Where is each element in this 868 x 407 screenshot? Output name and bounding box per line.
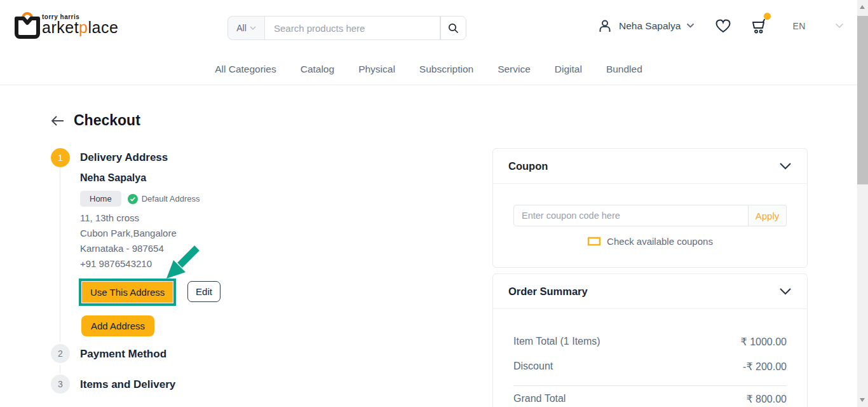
back-arrow-icon[interactable] — [51, 116, 64, 126]
cart-icon — [750, 17, 768, 34]
default-address-label: Default Address — [142, 194, 200, 204]
nav-digital[interactable]: Digital — [555, 61, 582, 78]
summary-divider — [513, 385, 787, 386]
add-address-button[interactable]: Add Address — [81, 315, 154, 336]
user-icon — [597, 18, 613, 34]
search-bar: All — [227, 16, 466, 40]
summary-row-item-total: Item Total (1 Items) ₹ 1000.00 — [513, 336, 787, 348]
address-line: 11, 13th cross — [80, 210, 177, 226]
header-actions: Neha Sapalya EN — [597, 17, 844, 34]
marketplace-logo[interactable]: torry harris arketplace — [13, 8, 118, 43]
scrollbar — [857, 0, 868, 407]
order-summary-title: Order Summary — [508, 286, 588, 298]
address-name: Neha Sapalya — [80, 172, 146, 184]
ticket-icon — [587, 236, 601, 247]
chevron-down-icon — [779, 287, 792, 295]
nav-all-categories[interactable]: All Categories — [215, 61, 276, 78]
search-input[interactable] — [264, 16, 440, 40]
summary-row-grand-total: Grand Total ₹ 800.00 — [513, 393, 787, 405]
search-button[interactable] — [440, 16, 466, 40]
use-address-highlight: Use This Address — [79, 279, 176, 306]
order-summary-card: Order Summary Item Total (1 Items) ₹ 100… — [492, 273, 808, 407]
account-name: Neha Sapalya — [619, 20, 681, 32]
summary-value: ₹ 1000.00 — [741, 336, 787, 348]
logo-brand: arketplace — [42, 20, 118, 34]
cart-badge — [764, 13, 771, 20]
coupon-header[interactable]: Coupon — [493, 149, 807, 184]
address-lines: 11, 13th cross Cubon Park,Bangalore Karn… — [80, 210, 177, 272]
main-nav: All Categories Catalog Physical Subscrip… — [0, 61, 857, 78]
summary-row-discount: Discount -₹ 200.00 — [513, 361, 787, 373]
coupon-title: Coupon — [508, 160, 548, 172]
logo-bag-icon — [13, 8, 46, 43]
step-2-badge: 2 — [51, 344, 70, 363]
step-connector — [60, 365, 60, 373]
edit-address-button[interactable]: Edit — [187, 281, 220, 302]
search-icon — [448, 23, 459, 34]
nav-service[interactable]: Service — [498, 61, 531, 78]
coupon-code-input[interactable] — [513, 205, 749, 226]
summary-value: -₹ 200.00 — [743, 361, 787, 373]
default-address: Default Address — [128, 194, 200, 204]
chevron-down-icon — [686, 23, 695, 29]
coupon-card: Coupon Apply Check available coupons — [492, 148, 808, 268]
step-1-label: Delivery Address — [80, 151, 168, 164]
language-label[interactable]: EN — [792, 21, 805, 31]
search-category-select[interactable]: All — [227, 16, 264, 40]
step-1-badge: 1 — [51, 148, 70, 167]
scrollbar-down-arrow[interactable] — [860, 398, 865, 402]
step-3-label: Items and Delivery — [80, 378, 175, 391]
language-chevron-down-icon[interactable] — [835, 23, 844, 29]
address-tag-badge: Home — [80, 191, 121, 207]
summary-label: Item Total (1 Items) — [513, 336, 600, 348]
step-2-label: Payment Method — [80, 348, 166, 361]
step-3-badge: 3 — [51, 375, 70, 394]
nav-physical[interactable]: Physical — [358, 61, 395, 78]
chevron-down-icon — [779, 162, 792, 170]
address-line: Karnataka - 987654 — [80, 241, 177, 256]
nav-bundled[interactable]: Bundled — [606, 61, 642, 78]
cart-button[interactable] — [750, 17, 768, 34]
scrollbar-up-arrow[interactable] — [860, 5, 865, 9]
order-summary-header[interactable]: Order Summary — [493, 274, 807, 309]
page-title: Checkout — [74, 112, 140, 129]
summary-label: Discount — [513, 361, 553, 373]
check-circle-icon — [128, 194, 138, 204]
header: torry harris arketplace All Neha Sapalya — [0, 0, 868, 85]
summary-label: Grand Total — [513, 393, 566, 405]
scrollbar-thumb[interactable] — [857, 16, 868, 184]
check-available-coupons-link[interactable]: Check available coupons — [513, 236, 787, 247]
use-this-address-button[interactable]: Use This Address — [82, 282, 173, 303]
summary-value: ₹ 800.00 — [746, 393, 787, 405]
nav-catalog[interactable]: Catalog — [301, 61, 334, 78]
nav-subscription[interactable]: Subscription — [419, 61, 473, 78]
apply-coupon-button[interactable]: Apply — [749, 205, 787, 226]
chevron-down-icon — [250, 26, 256, 31]
account-menu[interactable]: Neha Sapalya — [597, 18, 695, 34]
address-line: Cubon Park,Bangalore — [80, 226, 177, 241]
address-line: +91 9876543210 — [80, 256, 177, 272]
wishlist-button[interactable] — [715, 18, 731, 34]
step-connector — [60, 169, 60, 342]
heart-icon — [715, 18, 731, 34]
